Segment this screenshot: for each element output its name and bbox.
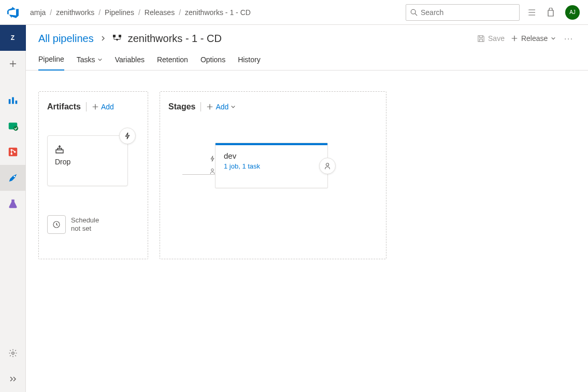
build-icon (55, 145, 64, 153)
svg-point-23 (211, 169, 214, 172)
search-input[interactable] (421, 8, 515, 17)
nav-add-button[interactable] (0, 51, 26, 77)
pipeline-canvas: Artifacts Add Drop (26, 71, 588, 280)
person-icon (324, 162, 331, 170)
repos-icon (7, 146, 19, 158)
page-actions: Save Release ··· (477, 32, 576, 45)
left-nav: Z (0, 25, 26, 392)
boards-icon (7, 120, 19, 132)
stages-panel: Stages Add (160, 91, 386, 259)
svg-point-14 (13, 176, 15, 177)
breadcrumb-item[interactable]: Releases (145, 8, 175, 17)
nav-dashboards[interactable] (0, 87, 26, 113)
dashboard-icon (7, 94, 19, 106)
artifact-trigger-badge[interactable] (119, 128, 136, 144)
breadcrumb-separator: / (138, 8, 140, 17)
breadcrumb: amja / zenithworks / Pipelines / Release… (30, 8, 406, 17)
svg-point-2 (528, 9, 529, 10)
add-stage-button[interactable]: Add (206, 103, 236, 111)
stage-card[interactable]: dev 1 job, 1 task (215, 143, 328, 188)
add-artifact-button[interactable]: Add (92, 103, 114, 111)
svg-rect-10 (8, 148, 17, 157)
nav-pipelines[interactable] (0, 165, 26, 191)
breadcrumb-separator: / (98, 8, 101, 17)
breadcrumb-item[interactable]: Pipelines (105, 8, 134, 17)
artifact-name: Drop (55, 158, 120, 166)
svg-point-4 (528, 15, 529, 15)
stages-title: Stages (168, 102, 195, 111)
svg-point-12 (10, 153, 12, 155)
project-badge[interactable]: Z (0, 25, 26, 51)
stage-detail-link[interactable]: 1 job, 1 task (224, 162, 319, 170)
tab-tasks[interactable]: Tasks (77, 55, 103, 70)
svg-point-24 (326, 163, 328, 166)
tab-options[interactable]: Options (200, 55, 225, 70)
svg-point-0 (411, 9, 415, 14)
top-header: amja / zenithworks / Pipelines / Release… (0, 0, 588, 25)
chevron-down-icon (97, 57, 103, 62)
marketplace-icon[interactable] (547, 8, 555, 17)
plus-icon (92, 103, 99, 110)
pipeline-name[interactable]: zenithworks - 1 - CD (128, 33, 222, 45)
plus-icon (206, 103, 213, 110)
clock-icon (52, 220, 61, 229)
stage-name: dev (224, 151, 319, 160)
breadcrumb-separator: / (50, 8, 52, 17)
svg-line-1 (415, 13, 417, 16)
lightning-icon (124, 132, 131, 139)
page-header: All pipelines zenithworks - 1 - CD Save … (26, 25, 588, 45)
svg-rect-5 (8, 99, 10, 104)
stage-pre-conditions[interactable] (207, 153, 218, 176)
all-pipelines-link[interactable]: All pipelines (38, 33, 94, 45)
tab-variables[interactable]: Variables (115, 55, 145, 70)
breadcrumb-item[interactable]: zenithworks (56, 8, 94, 17)
chevron-down-icon (551, 36, 556, 41)
list-icon[interactable] (528, 8, 536, 17)
breadcrumb-separator: / (179, 8, 181, 17)
save-button[interactable]: Save (477, 34, 505, 43)
svg-rect-6 (12, 97, 14, 104)
main-content: All pipelines zenithworks - 1 - CD Save … (26, 25, 588, 392)
lightning-icon (207, 153, 218, 164)
tab-pipeline[interactable]: Pipeline (38, 55, 64, 71)
user-avatar[interactable]: AJ (565, 5, 580, 20)
header-icons: AJ (528, 5, 580, 20)
nav-repos[interactable] (0, 139, 26, 165)
tab-retention[interactable]: Retention (157, 55, 188, 70)
chevron-down-icon (231, 104, 236, 109)
gear-icon (8, 348, 18, 358)
tabs: Pipeline Tasks Variables Retention Optio… (26, 55, 588, 71)
save-icon (477, 35, 485, 43)
search-box[interactable] (406, 4, 520, 21)
svg-rect-7 (15, 101, 17, 104)
release-button[interactable]: Release (511, 34, 556, 43)
more-actions-button[interactable]: ··· (562, 32, 576, 45)
stage-post-approval[interactable] (319, 158, 336, 174)
azure-devops-logo[interactable] (0, 7, 26, 18)
svg-point-15 (11, 352, 14, 355)
chevron-right-icon (100, 35, 106, 41)
plus-icon (511, 35, 518, 42)
pipelines-icon (7, 172, 19, 184)
breadcrumb-item[interactable]: zenithworks - 1 - CD (185, 8, 251, 17)
test-icon (7, 198, 19, 209)
devops-icon (7, 7, 19, 18)
chevron-double-right-icon (9, 375, 17, 383)
svg-point-11 (10, 149, 12, 151)
schedule-row[interactable]: Schedule not set (47, 215, 139, 234)
breadcrumb-item[interactable]: amja (30, 8, 46, 17)
artifacts-panel: Artifacts Add Drop (38, 91, 148, 259)
schedule-icon-container (47, 215, 66, 234)
search-icon (410, 9, 418, 16)
schedule-text: Schedule not set (71, 216, 99, 232)
nav-boards[interactable] (0, 113, 26, 139)
nav-test-plans[interactable] (0, 191, 26, 217)
nav-settings[interactable] (0, 340, 26, 366)
tab-history[interactable]: History (238, 55, 261, 70)
svg-point-3 (528, 12, 529, 12)
nav-collapse[interactable] (0, 366, 26, 392)
svg-rect-16 (113, 35, 116, 37)
artifacts-title: Artifacts (47, 102, 81, 111)
artifact-card[interactable]: Drop (47, 135, 128, 186)
svg-rect-17 (119, 35, 121, 37)
